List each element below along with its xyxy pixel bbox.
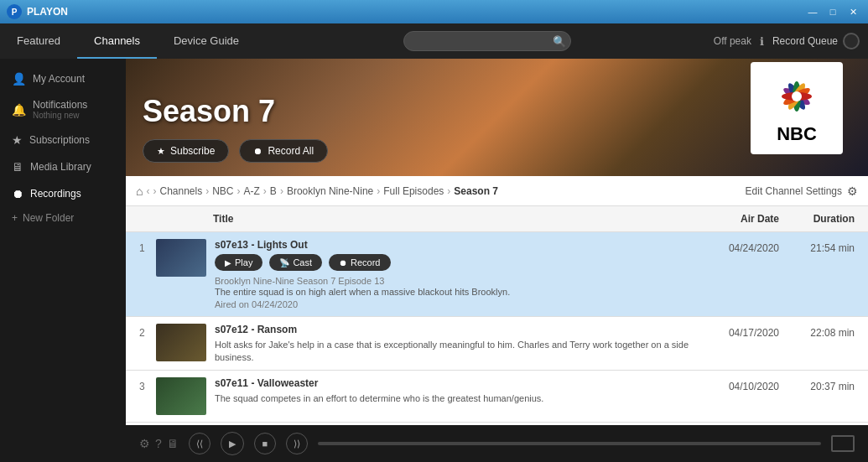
sidebar-label-media-library: Media Library: [30, 161, 91, 173]
notifications-sub: Nothing new: [33, 111, 87, 120]
ep-actions: ▶ Play 📡 Cast ⏺ Record: [215, 254, 695, 271]
subscribe-button[interactable]: ★ Subscribe: [143, 139, 229, 163]
col-title-header: Title: [206, 213, 695, 225]
table-row[interactable]: 3 s07e11 - Valloweaster The squad compet…: [126, 371, 868, 423]
subscriptions-icon: ★: [12, 133, 23, 147]
breadcrumb-home-icon[interactable]: ⌂: [136, 184, 143, 198]
play-pause-icon: ▶: [229, 439, 236, 449]
ep-info: s07e11 - Valloweaster The squad competes…: [206, 377, 695, 404]
hero-content: Season 7 ★ Subscribe ⏺ Record All: [143, 94, 751, 163]
breadcrumb-forward-arrow[interactable]: ›: [153, 185, 156, 197]
sidebar-label-recordings: Recordings: [30, 188, 81, 200]
col-airdate-header: Air Date: [695, 213, 779, 225]
ep-info: s07e12 - Ransom Holt asks for Jake's hel…: [206, 324, 695, 363]
hero-section: Season 7 ★ Subscribe ⏺ Record All: [126, 59, 868, 176]
maximize-button[interactable]: □: [824, 6, 841, 18]
ep-duration: 20:37 min: [779, 377, 855, 392]
table-row[interactable]: 1 s07e13 - Lights Out ▶ Play 📡 Cast: [126, 232, 868, 317]
tab-featured[interactable]: Featured: [0, 23, 77, 59]
nav-search-area: 🔍: [256, 31, 714, 51]
minimize-button[interactable]: —: [804, 6, 821, 18]
nav-tabs: Featured Channels Device Guide: [0, 23, 256, 59]
star-icon: ★: [157, 146, 165, 157]
main-layout: 👤 My Account 🔔 Notifications Nothing new…: [0, 59, 868, 462]
progress-bar[interactable]: [318, 442, 821, 445]
edit-channel-settings-button[interactable]: Edit Channel Settings ⚙: [746, 184, 858, 198]
hero-title: Season 7: [143, 94, 751, 129]
sidebar-label-my-account: My Account: [33, 73, 85, 85]
sidebar: 👤 My Account 🔔 Notifications Nothing new…: [0, 59, 126, 462]
ep-duration: 21:54 min: [779, 239, 855, 254]
breadcrumb-az[interactable]: A-Z: [244, 185, 260, 197]
settings-icon[interactable]: ⚙: [139, 437, 150, 450]
play-icon: ▶: [225, 258, 231, 267]
record-all-button[interactable]: ⏺ Record All: [239, 139, 328, 163]
svg-point-6: [792, 91, 802, 101]
cast-button[interactable]: 📡 Cast: [269, 254, 322, 271]
stop-button[interactable]: ■: [254, 433, 276, 454]
breadcrumb-nav: ⌂ ‹ › Channels › NBC › A-Z › B › Brookly…: [136, 184, 746, 198]
nbc-peacock-icon: [767, 71, 826, 122]
sidebar-item-subscriptions[interactable]: ★ Subscriptions: [0, 127, 126, 153]
ep-thumbnail: [156, 324, 206, 361]
forward-button[interactable]: ⟩⟩: [286, 433, 308, 454]
breadcrumb-back-arrow[interactable]: ‹: [146, 185, 149, 197]
sidebar-item-notifications[interactable]: 🔔 Notifications Nothing new: [0, 92, 126, 127]
play-pause-button[interactable]: ▶: [221, 432, 244, 455]
record-queue-indicator: [843, 33, 860, 49]
breadcrumb-nbc[interactable]: NBC: [212, 185, 233, 197]
notifications-icon: 🔔: [12, 103, 26, 117]
sidebar-item-media-library[interactable]: 🖥 Media Library: [0, 153, 126, 180]
ep-title: s07e11 - Valloweaster: [215, 377, 695, 389]
breadcrumb-show[interactable]: Brooklyn Nine-Nine: [287, 185, 373, 197]
tab-device-guide[interactable]: Device Guide: [157, 23, 256, 59]
plus-icon: +: [12, 212, 18, 224]
title-bar: P PLAYON — □ ✕: [0, 0, 868, 23]
sidebar-item-my-account[interactable]: 👤 My Account: [0, 65, 126, 92]
window-controls: — □ ✕: [804, 6, 861, 18]
sidebar-item-recordings[interactable]: ⏺ Recordings: [0, 180, 126, 207]
breadcrumb-full-episodes[interactable]: Full Episodes: [383, 185, 444, 197]
content-area: Season 7 ★ Subscribe ⏺ Record All: [126, 59, 868, 462]
player-bar: ⚙ ? 🖥 ⟨⟨ ▶ ■ ⟩⟩: [126, 425, 868, 462]
bottom-icons: ⚙ ? 🖥: [139, 437, 179, 450]
subscribe-label: Subscribe: [170, 145, 215, 157]
record-queue-button[interactable]: Record Queue: [772, 33, 860, 49]
hero-buttons: ★ Subscribe ⏺ Record All: [143, 139, 751, 163]
help-icon[interactable]: ?: [155, 437, 162, 450]
play-button[interactable]: ▶ Play: [215, 254, 262, 271]
new-folder-label: New Folder: [23, 212, 74, 224]
info-icon: ℹ: [760, 35, 764, 48]
player-right: [831, 435, 855, 452]
ep-number: 3: [139, 377, 156, 392]
ep-number: 2: [139, 324, 156, 339]
record-button[interactable]: ⏺ Record: [329, 254, 390, 271]
search-input[interactable]: [403, 31, 571, 51]
episode-list: Title Air Date Duration 1 s07e13 - Light…: [126, 206, 868, 425]
stop-icon: ■: [262, 439, 268, 449]
new-folder-button[interactable]: + New Folder: [0, 207, 126, 229]
close-button[interactable]: ✕: [845, 6, 861, 18]
search-icon: 🔍: [553, 35, 566, 48]
sidebar-label-notifications: Notifications: [33, 99, 87, 111]
breadcrumb-channels[interactable]: Channels: [159, 185, 202, 197]
cast-screen-icon[interactable]: 🖥: [167, 437, 179, 450]
ep-title: s07e12 - Ransom: [215, 324, 695, 335]
play-label: Play: [235, 257, 252, 267]
ep-aired: Aired on 04/24/2020: [215, 299, 695, 309]
record-label: Record: [351, 257, 380, 267]
ep-description: Holt asks for Jake's help in a case that…: [215, 339, 695, 363]
ep-airdate: 04/10/2020: [695, 377, 779, 392]
forward-icon: ⟩⟩: [294, 439, 300, 449]
ep-airdate: 04/24/2020: [695, 239, 779, 254]
tab-channels[interactable]: Channels: [77, 23, 157, 59]
rewind-button[interactable]: ⟨⟨: [189, 433, 211, 454]
table-row[interactable]: 2 s07e12 - Ransom Holt asks for Jake's h…: [126, 317, 868, 371]
breadcrumb-b[interactable]: B: [270, 185, 277, 197]
col-duration-header: Duration: [779, 213, 855, 225]
app-logo: P: [7, 4, 22, 19]
settings-label: Edit Channel Settings: [746, 185, 842, 197]
screen-icon: [831, 435, 855, 452]
ep-airdate: 04/17/2020: [695, 324, 779, 339]
ep-title: s07e13 - Lights Out: [215, 239, 695, 251]
